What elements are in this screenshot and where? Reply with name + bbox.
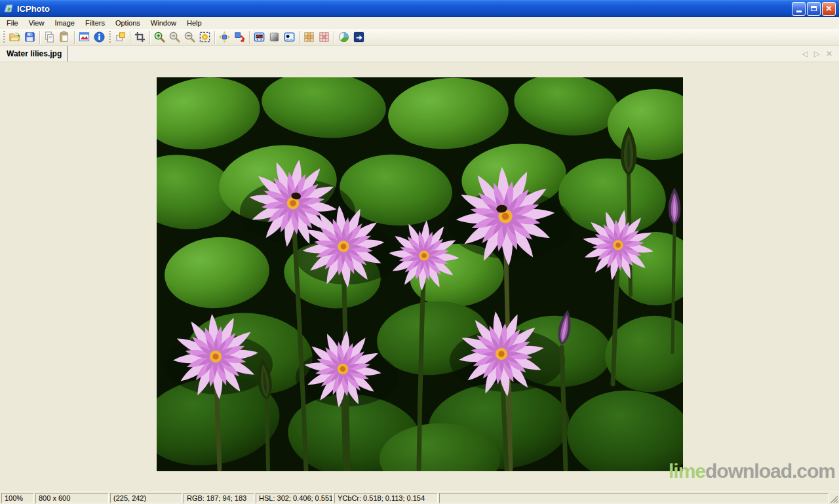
minimize-button[interactable] [792, 2, 806, 16]
title-bar: ICPhoto ✕ [0, 0, 839, 17]
menu-view[interactable]: View [24, 18, 50, 28]
duplicate-icon [114, 31, 127, 43]
menu-filters[interactable]: Filters [80, 18, 110, 28]
maximize-button[interactable] [807, 2, 821, 16]
status-hsl: HSL: 302; 0.406; 0.551 [256, 493, 333, 503]
transform-button[interactable] [232, 29, 247, 45]
menu-options[interactable]: Options [110, 18, 146, 28]
previous-tab-icon[interactable]: ◁ [802, 49, 808, 58]
toolbar-separator [214, 31, 215, 44]
color-wheel-icon [338, 31, 350, 43]
tab-navigation: ◁ ▷ ✕ [802, 46, 839, 62]
menu-help[interactable]: Help [182, 18, 207, 28]
toolbar-separator [39, 31, 40, 44]
tab-bar: Water lilies.jpg ◁ ▷ ✕ [0, 46, 839, 62]
pan-icon [218, 31, 231, 43]
menu-bar: File View Image Filters Options Window H… [0, 17, 839, 29]
image-properties-button[interactable] [77, 29, 92, 45]
navigator-button[interactable] [351, 29, 366, 45]
save-icon [24, 31, 36, 43]
status-dimensions: 800 x 600 [35, 493, 109, 503]
toolbar-separator [249, 31, 250, 44]
pan-button[interactable] [217, 29, 232, 45]
curves-icon [253, 31, 265, 43]
photo-canvas[interactable] [157, 77, 683, 471]
toolbar-gripper[interactable] [3, 31, 5, 44]
levels-button[interactable] [282, 29, 297, 45]
status-zoom: 100% [1, 493, 34, 503]
info-icon [93, 31, 106, 43]
gradient-map-button[interactable] [267, 29, 282, 45]
tab-label: Water lilies.jpg [7, 49, 62, 58]
status-ycbcr: YCbCr: 0.518; 0.113; 0.154 [334, 493, 438, 503]
duplicate-button[interactable] [113, 29, 128, 45]
open-icon [9, 31, 21, 43]
info-button[interactable] [92, 29, 107, 45]
grid-cool-icon [318, 31, 330, 43]
status-rgb: RGB: 187; 94; 183 [184, 493, 254, 503]
toolbar-separator [334, 31, 334, 44]
toolbar-separator [130, 31, 130, 44]
close-button[interactable]: ✕ [822, 2, 836, 16]
tab-water-lilies[interactable]: Water lilies.jpg [0, 46, 68, 62]
open-button[interactable] [7, 29, 22, 45]
paste-icon [58, 31, 71, 43]
zoom-fit-icon [199, 31, 211, 43]
zoom-in-icon [153, 31, 166, 43]
zoom-out-button[interactable] [167, 29, 182, 45]
watermark-suffix: download.com [705, 460, 835, 482]
grid-warm-button[interactable] [302, 29, 317, 45]
app-icon[interactable] [3, 3, 14, 14]
navigator-icon [353, 31, 365, 43]
menu-file[interactable]: File [1, 18, 24, 28]
watermark: limedownload.com [669, 461, 835, 481]
toolbar-separator [299, 31, 300, 44]
crop-icon [134, 31, 146, 43]
image-properties-icon [78, 31, 90, 43]
copy-button[interactable] [42, 29, 57, 45]
toolbar-separator [149, 31, 150, 44]
menu-window[interactable]: Window [146, 18, 182, 28]
gradient-map-icon [268, 31, 281, 43]
transform-icon [233, 31, 246, 43]
window-title: ICPhoto [17, 4, 790, 14]
copy-icon [43, 31, 56, 43]
save-button[interactable] [22, 29, 37, 45]
zoom-in-button[interactable] [152, 29, 167, 45]
curves-button[interactable] [252, 29, 267, 45]
status-bar: 100% 800 x 600 (225, 242) RGB: 187; 94; … [0, 492, 839, 504]
levels-icon [283, 31, 296, 43]
next-tab-icon[interactable]: ▷ [814, 49, 820, 58]
workspace: limedownload.com [0, 62, 839, 492]
zoom-actual-icon [184, 31, 196, 43]
toolbar-separator [74, 31, 75, 44]
menu-image[interactable]: Image [49, 18, 80, 28]
status-cursor-position: (225, 242) [110, 493, 182, 503]
status-spacer [439, 493, 829, 503]
close-tab-icon[interactable]: ✕ [826, 49, 832, 58]
zoom-fit-button[interactable] [197, 29, 212, 45]
zoom-actual-button[interactable] [182, 29, 197, 45]
resize-grip[interactable] [830, 495, 838, 503]
toolbar-gripper[interactable] [109, 31, 111, 44]
color-wheel-button[interactable] [336, 29, 351, 45]
grid-cool-button[interactable] [317, 29, 332, 45]
crop-button[interactable] [132, 29, 147, 45]
toolbar [0, 29, 839, 46]
grid-warm-icon [303, 31, 315, 43]
paste-button[interactable] [57, 29, 72, 45]
zoom-out-icon [168, 31, 181, 43]
